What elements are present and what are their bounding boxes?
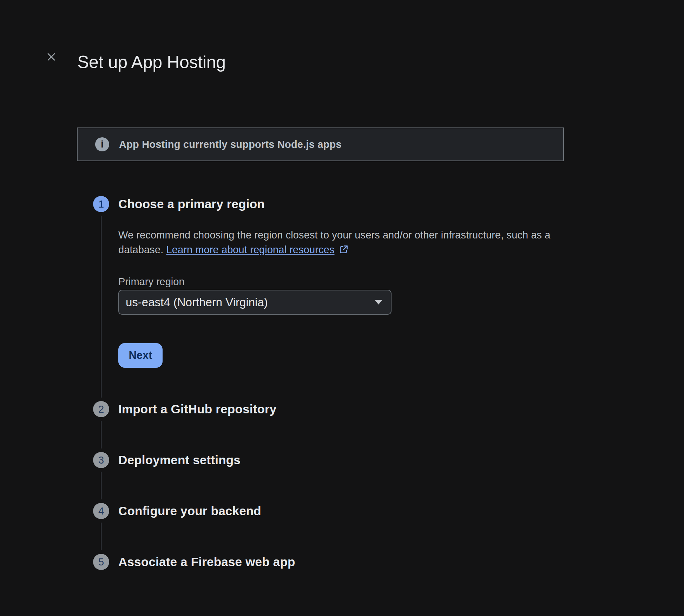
step-1-number-badge: 1 — [93, 196, 109, 212]
step-4-title: Configure your backend — [118, 504, 261, 518]
step-1-header: 1 Choose a primary region — [93, 196, 552, 212]
step-4-header: 4 Configure your backend — [93, 503, 552, 519]
page-title: Set up App Hosting — [77, 52, 226, 73]
close-icon — [46, 51, 57, 63]
info-icon: i — [95, 137, 109, 151]
step-import-github-repository: 2 Import a GitHub repository — [93, 401, 552, 452]
dropdown-arrow-icon — [375, 300, 382, 304]
region-description: We recommend choosing the region closest… — [118, 228, 552, 259]
step-5-header: 5 Associate a Firebase web app — [93, 554, 552, 570]
step-1-title: Choose a primary region — [118, 197, 265, 211]
info-banner-text: App Hosting currently supports Node.js a… — [119, 139, 342, 150]
info-banner: i App Hosting currently supports Node.js… — [77, 127, 564, 161]
step-deployment-settings: 3 Deployment settings — [93, 452, 552, 503]
primary-region-selected-value: us-east4 (Northern Virginia) — [126, 296, 375, 309]
step-5-number-badge: 5 — [93, 554, 109, 570]
step-choose-primary-region: 1 Choose a primary region We recommend c… — [93, 196, 552, 401]
step-2-title: Import a GitHub repository — [118, 402, 277, 416]
learn-more-link[interactable]: Learn more about regional resources — [166, 244, 348, 255]
app-hosting-setup-dialog: { "dialog": { "title": "Set up App Hosti… — [0, 0, 684, 616]
setup-stepper: 1 Choose a primary region We recommend c… — [93, 196, 552, 570]
step-configure-your-backend: 4 Configure your backend — [93, 503, 552, 554]
step-1-body: We recommend choosing the region closest… — [118, 228, 552, 368]
external-link-icon — [338, 246, 349, 257]
step-2-header: 2 Import a GitHub repository — [93, 401, 552, 417]
close-button[interactable] — [45, 51, 58, 63]
step-4-number-badge: 4 — [93, 503, 109, 519]
primary-region-label: Primary region — [118, 276, 552, 288]
step-2-number-badge: 2 — [93, 401, 109, 417]
learn-more-link-label: Learn more about regional resources — [166, 244, 334, 255]
step-3-title: Deployment settings — [118, 453, 241, 467]
step-5-title: Associate a Firebase web app — [118, 555, 295, 569]
step-3-header: 3 Deployment settings — [93, 452, 552, 468]
next-button[interactable]: Next — [118, 343, 163, 368]
primary-region-select[interactable]: us-east4 (Northern Virginia) — [118, 290, 392, 315]
step-associate-firebase-web-app: 5 Associate a Firebase web app — [93, 554, 552, 570]
step-3-number-badge: 3 — [93, 452, 109, 468]
